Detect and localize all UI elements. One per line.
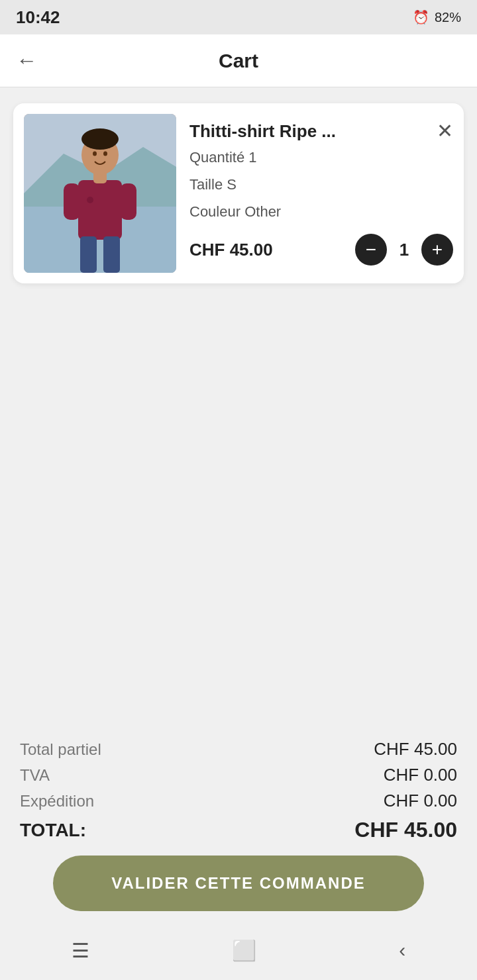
svg-rect-12 [103, 236, 120, 273]
status-icons: ⏰ 82% [413, 9, 461, 25]
svg-rect-3 [78, 180, 122, 240]
svg-point-9 [93, 152, 97, 156]
menu-nav-icon[interactable]: ☰ [72, 939, 89, 962]
taille-label: Taille [189, 176, 223, 193]
item-quantite: Quantité 1 [189, 146, 453, 169]
qty-value: 1 [398, 240, 411, 260]
item-couleur: Couleur Other [189, 200, 453, 223]
couleur-value: Other [244, 203, 281, 220]
svg-point-10 [103, 152, 107, 156]
increase-qty-button[interactable]: + [421, 234, 453, 266]
bottom-nav: ☰ ⬜ ‹ [0, 927, 477, 980]
total-partiel-label: Total partiel [20, 740, 101, 759]
checkout-button[interactable]: VALIDER CETTE COMMANDE [53, 856, 424, 911]
total-row: TOTAL: CHF 45.00 [20, 818, 457, 842]
item-title-row: Thitti-shirt Ripe ... ✕ [189, 121, 453, 142]
tva-row: TVA CHF 0.00 [20, 765, 457, 785]
expedition-value: CHF 0.00 [384, 791, 457, 811]
taille-value: S [227, 176, 237, 193]
page-title: Cart [50, 50, 427, 72]
svg-rect-5 [120, 183, 136, 220]
back-nav-icon[interactable]: ‹ [399, 939, 405, 961]
item-price: CHF 45.00 [189, 240, 273, 260]
total-partiel-row: Total partiel CHF 45.00 [20, 739, 457, 760]
couleur-label: Couleur [189, 203, 240, 220]
checkout-btn-wrap: VALIDER CETTE COMMANDE [0, 856, 477, 927]
item-price-row: CHF 45.00 − 1 + [189, 234, 453, 266]
quantite-label: Quantité [189, 149, 244, 166]
home-nav-icon[interactable]: ⬜ [232, 939, 256, 962]
cart-content: Thitti-shirt Ripe ... ✕ Quantité 1 Taill… [0, 87, 477, 726]
svg-rect-4 [64, 183, 80, 220]
tva-label: TVA [20, 766, 50, 785]
back-button[interactable]: ← [16, 48, 37, 73]
item-taille: Taille S [189, 173, 453, 196]
total-value: CHF 45.00 [354, 818, 457, 842]
alarm-icon: ⏰ [413, 9, 429, 25]
item-details: Thitti-shirt Ripe ... ✕ Quantité 1 Taill… [189, 121, 453, 266]
total-label: TOTAL: [20, 820, 86, 841]
footer-summary: Total partiel CHF 45.00 TVA CHF 0.00 Exp… [0, 726, 477, 856]
header: ← Cart [0, 34, 477, 87]
total-partiel-value: CHF 45.00 [374, 739, 457, 760]
expedition-label: Expédition [20, 792, 94, 810]
svg-point-8 [81, 128, 119, 150]
cart-item-card: Thitti-shirt Ripe ... ✕ Quantité 1 Taill… [13, 103, 464, 283]
tva-value: CHF 0.00 [384, 765, 457, 785]
remove-item-button[interactable]: ✕ [437, 121, 453, 141]
battery-icon: 82% [435, 10, 461, 25]
status-bar: 10:42 ⏰ 82% [0, 0, 477, 34]
quantite-value: 1 [248, 149, 256, 166]
expedition-row: Expédition CHF 0.00 [20, 791, 457, 811]
svg-rect-11 [80, 236, 97, 273]
decrease-qty-button[interactable]: − [355, 234, 387, 266]
status-time: 10:42 [16, 7, 60, 28]
item-title: Thitti-shirt Ripe ... [189, 121, 336, 142]
product-image [24, 114, 176, 273]
svg-point-13 [87, 197, 93, 203]
